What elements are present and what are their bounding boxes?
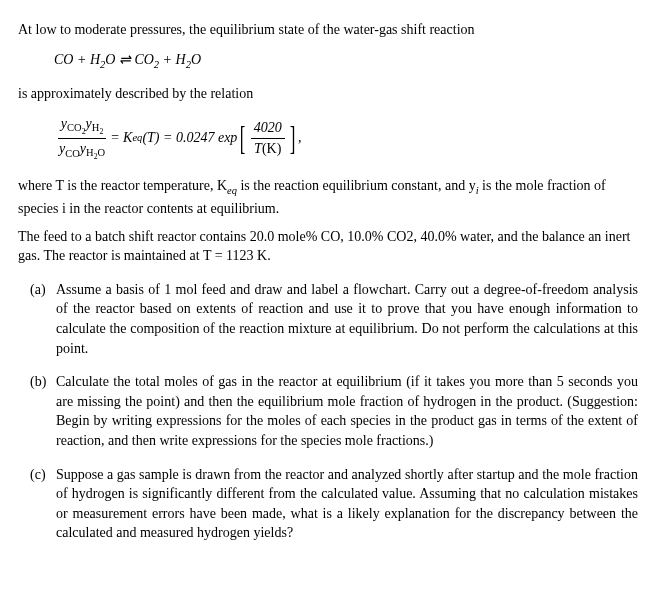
part-c-text: Suppose a gas sample is drawn from the r…: [56, 465, 638, 543]
part-b-label: (b): [30, 372, 56, 450]
part-c: (c) Suppose a gas sample is drawn from t…: [30, 465, 638, 543]
part-b-text: Calculate the total moles of gas in the …: [56, 372, 638, 450]
part-b: (b) Calculate the total moles of gas in …: [30, 372, 638, 450]
equation-reaction: CO + H2O ⇌ CO2 + H2O: [54, 50, 638, 72]
intro-paragraph-1: At low to moderate pressures, the equili…: [18, 20, 638, 40]
paragraph-where: where T is the reactor temperature, Keq …: [18, 176, 638, 218]
paragraph-feed: The feed to a batch shift reactor contai…: [18, 227, 638, 266]
part-a: (a) Assume a basis of 1 mol feed and dra…: [30, 280, 638, 358]
part-a-text: Assume a basis of 1 mol feed and draw an…: [56, 280, 638, 358]
intro-paragraph-2: is approximately described by the relati…: [18, 84, 638, 104]
part-c-label: (c): [30, 465, 56, 543]
part-a-label: (a): [30, 280, 56, 358]
equation-keq: yCO2yH2 yCOyH2O = Keq(T) = 0.0247 exp [ …: [54, 114, 638, 163]
